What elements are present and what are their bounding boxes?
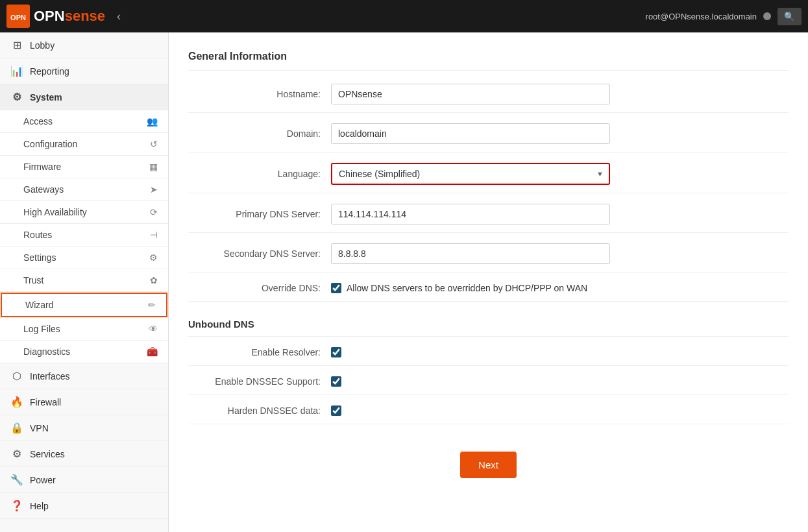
configuration-label: Configuration [23, 139, 150, 149]
system-icon: ⚙ [10, 91, 23, 103]
status-dot [763, 12, 771, 20]
sidebar-item-reporting[interactable]: 📊 Reporting [0, 58, 168, 84]
sidebar-item-configuration[interactable]: Configuration ↺ [0, 133, 168, 156]
settings-label: Settings [23, 252, 149, 263]
sidebar-item-log-files[interactable]: Log Files 👁 [0, 318, 168, 341]
sidebar-item-gateways[interactable]: Gateways ➤ [0, 178, 168, 201]
override-dns-checkbox[interactable] [331, 283, 341, 293]
sidebar-item-high-availability[interactable]: High Availability ⟳ [0, 201, 168, 224]
override-dns-label: Override DNS: [188, 283, 331, 293]
sidebar-item-diagnostics[interactable]: Diagnostics 🧰 [0, 341, 168, 363]
sidebar-item-label: Lobby [30, 40, 158, 51]
sidebar-item-label: Reporting [30, 66, 158, 77]
sidebar-item-firewall[interactable]: 🔥 Firewall [0, 389, 168, 415]
navbar: OPN OPNsense ‹ root@OPNsense.localdomain… [0, 0, 808, 32]
high-availability-label: High Availability [23, 207, 150, 217]
primary-dns-label: Primary DNS Server: [188, 209, 331, 219]
logo-icon: OPN [6, 5, 30, 28]
secondary-dns-group: Secondary DNS Server: [188, 243, 789, 272]
hostname-label: Hostname: [188, 89, 331, 99]
enable-resolver-label: Enable Resolver: [188, 347, 331, 357]
high-availability-icon: ⟳ [150, 207, 158, 217]
nav-toggle-button[interactable]: ‹ [112, 6, 126, 27]
firmware-icon: ▦ [149, 162, 158, 172]
interfaces-icon: ⬡ [10, 370, 23, 382]
unbound-dns-title: Unbound DNS [188, 312, 789, 337]
reporting-icon: 📊 [10, 65, 23, 77]
domain-group: Domain: [188, 123, 789, 152]
enable-dnssec-group: Enable DNSSEC Support: [188, 376, 789, 395]
log-files-icon: 👁 [149, 324, 158, 334]
sidebar-item-vpn[interactable]: 🔒 VPN [0, 415, 168, 441]
domain-input[interactable] [331, 123, 610, 144]
primary-dns-input[interactable] [331, 204, 610, 224]
language-select[interactable]: Chinese (Simplified) English German Fren… [331, 163, 610, 185]
routes-icon: ⊣ [150, 230, 158, 240]
trust-icon: ✿ [150, 275, 158, 285]
sidebar-item-routes[interactable]: Routes ⊣ [0, 224, 168, 247]
diagnostics-icon: 🧰 [147, 346, 158, 357]
language-select-wrapper: Chinese (Simplified) English German Fren… [331, 163, 610, 185]
sidebar-item-access[interactable]: Access 👥 [0, 110, 168, 133]
interfaces-label: Interfaces [30, 371, 158, 381]
gateways-label: Gateways [23, 184, 150, 195]
vpn-icon: 🔒 [10, 422, 23, 434]
search-button[interactable]: 🔍 [777, 8, 802, 25]
sidebar-item-interfaces[interactable]: ⬡ Interfaces [0, 363, 168, 389]
nav-user: root@OPNsense.localdomain [646, 12, 757, 21]
svg-text:OPN: OPN [10, 14, 26, 21]
sidebar-item-trust[interactable]: Trust ✿ [0, 269, 168, 292]
logo-text: OPNsense [34, 8, 105, 25]
vpn-label: VPN [30, 423, 158, 433]
trust-label: Trust [23, 275, 150, 285]
help-label: Help [30, 501, 158, 511]
configuration-icon: ↺ [150, 139, 158, 149]
enable-dnssec-checkbox-group [331, 376, 341, 387]
button-area: Next [188, 435, 789, 502]
logo: OPN OPNsense [6, 5, 105, 28]
gateways-icon: ➤ [150, 184, 158, 195]
system-label: System [30, 92, 62, 103]
sidebar-item-lobby[interactable]: ⊞ Lobby [0, 32, 168, 58]
wizard-label: Wizard [25, 300, 148, 310]
harden-dnssec-label: Harden DNSSEC data: [188, 405, 331, 416]
sidebar-item-power[interactable]: 🔧 Power [0, 467, 168, 493]
services-icon: ⚙ [10, 448, 23, 460]
next-button[interactable]: Next [460, 452, 517, 478]
secondary-dns-input[interactable] [331, 243, 610, 264]
primary-dns-group: Primary DNS Server: [188, 204, 789, 233]
navbar-right: root@OPNsense.localdomain 🔍 [646, 8, 802, 25]
sidebar-item-wizard[interactable]: Wizard ✏ [1, 293, 167, 317]
diagnostics-label: Diagnostics [23, 346, 147, 357]
sidebar-item-services[interactable]: ⚙ Services [0, 441, 168, 467]
section-title: General Information [188, 45, 789, 71]
sidebar-section-system[interactable]: ⚙ System [0, 84, 168, 110]
hostname-input[interactable] [331, 84, 610, 104]
services-label: Services [30, 449, 158, 459]
access-label: Access [23, 116, 147, 127]
power-label: Power [30, 475, 158, 485]
settings-icon: ⚙ [149, 252, 158, 263]
navbar-left: OPN OPNsense ‹ [6, 5, 126, 28]
help-icon: ❓ [10, 500, 23, 512]
sidebar-item-firmware[interactable]: Firmware ▦ [0, 156, 168, 178]
language-label: Language: [188, 169, 331, 179]
enable-dnssec-checkbox[interactable] [331, 376, 341, 387]
enable-resolver-group: Enable Resolver: [188, 347, 789, 366]
harden-dnssec-checkbox[interactable] [331, 405, 341, 416]
firmware-label: Firmware [23, 162, 149, 172]
hostname-group: Hostname: [188, 84, 789, 113]
sidebar: ⊞ Lobby 📊 Reporting ⚙ System Access 👥 Co… [0, 32, 169, 532]
harden-dnssec-checkbox-group [331, 405, 341, 416]
home-icon: ⊞ [10, 39, 23, 51]
enable-resolver-checkbox[interactable] [331, 347, 341, 357]
sidebar-item-help[interactable]: ❓ Help [0, 493, 168, 519]
firewall-icon: 🔥 [10, 396, 23, 408]
access-icon: 👥 [147, 116, 158, 127]
routes-label: Routes [23, 230, 150, 240]
sidebar-item-settings[interactable]: Settings ⚙ [0, 247, 168, 269]
main-layout: ⊞ Lobby 📊 Reporting ⚙ System Access 👥 Co… [0, 32, 808, 532]
override-dns-group: Override DNS: Allow DNS servers to be ov… [188, 283, 789, 302]
content-area: General Information Hostname: Domain: La… [169, 32, 808, 532]
log-files-label: Log Files [23, 324, 149, 334]
